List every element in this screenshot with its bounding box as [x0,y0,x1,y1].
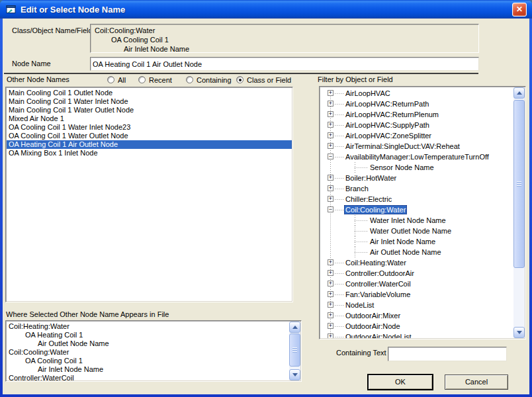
node-list-item-label[interactable]: Mixed Air Node 1 [9,114,64,122]
tree-item-label[interactable]: Branch [344,184,370,193]
tree-item[interactable]: AvailabilityManager:LowTemperatureTurnOf… [320,152,513,162]
node-list-item-label[interactable]: OA Mixing Box 1 Inlet Node [9,149,98,157]
tree-item-label[interactable]: Fan:VariableVolume [344,290,412,299]
tree-item-label[interactable]: Chiller:Electric [344,195,393,204]
node-list-item-label[interactable]: Main Cooling Coil 1 Outlet Node [9,89,112,97]
tree-item[interactable]: OutdoorAir:Node [320,321,513,331]
tree-item[interactable]: AirLoopHVAC:ReturnPath [320,99,513,109]
node-list-item[interactable]: OA Cooling Coil 1 Water Inlet Node23 [7,123,292,132]
tree-item-label[interactable]: AirLoopHVAC [344,89,392,98]
appears-scrollbar-thumb[interactable] [289,333,300,367]
tree-expand-icon[interactable] [328,333,333,338]
node-list-item-label[interactable]: Main Cooling Coil 1 Water Outlet Node [9,106,134,114]
tree-item-label[interactable]: OutdoorAir:Node [344,322,402,331]
node-list-item[interactable]: Main Cooling Coil 1 Water Outlet Node [7,106,292,114]
tree-expand-icon[interactable] [328,122,333,128]
tree-item-label[interactable]: Boiler:HotWater [344,173,398,183]
tree-item-label[interactable]: AirLoopHVAC:SupplyPath [344,120,431,130]
tree-item-label[interactable]: OutdoorAir:Mixer [344,311,402,320]
tree-expand-icon[interactable] [328,175,333,181]
tree-expand-icon[interactable] [328,90,333,96]
close-icon[interactable]: ✕ [512,3,527,17]
tree-expand-icon[interactable] [328,281,333,287]
tree-item[interactable]: OutdoorAir:NodeList [320,331,513,338]
node-list-item[interactable]: OA Mixing Box 1 Inlet Node [7,149,292,157]
tree-scrollbar[interactable] [513,87,525,338]
tree-item[interactable]: Air Inlet Node Name [320,236,513,247]
tree-scrollbar-thumb[interactable] [513,100,525,268]
node-list-item-label[interactable]: OA Cooling Coil 1 Water Inlet Node23 [9,123,130,131]
tree-item-label[interactable]: AirLoopHVAC:ZoneSplitter [344,131,433,140]
tree-item[interactable]: Coil:Heating:Water [320,257,513,268]
tree-item[interactable]: Water Outlet Node Name [320,226,513,236]
radio-option[interactable]: Recent [138,75,172,84]
tree-item-label[interactable]: Sensor Node Name [369,163,435,172]
tree-item[interactable]: AirLoopHVAC:ReturnPlenum [320,109,513,120]
title-bar[interactable]: Edit or Select Node Name ✕ [0,0,532,19]
radio-icon[interactable] [138,76,146,83]
tree-item[interactable]: Boiler:HotWater [320,173,513,183]
tree-item-label[interactable]: Water Outlet Node Name [369,226,453,236]
tree-item-label[interactable]: Air Inlet Node Name [369,237,437,246]
scroll-down-icon[interactable] [513,327,525,338]
tree-expand-icon[interactable] [328,185,333,191]
tree-expand-icon[interactable] [328,291,333,297]
radio-label[interactable]: Class or Field [247,76,291,84]
tree-expand-icon[interactable] [328,259,333,265]
node-name-input[interactable] [91,58,478,70]
tree-item-label[interactable]: Coil:Heating:Water [344,258,408,267]
tree-item[interactable]: Sensor Node Name [320,162,513,173]
tree-item[interactable]: AirLoopHVAC [320,88,513,99]
tree-expand-icon[interactable] [328,101,333,107]
containing-text-input[interactable] [388,347,506,361]
ok-button[interactable]: OK [368,375,433,390]
node-list-item[interactable]: Main Cooling Coil 1 Outlet Node [7,89,292,97]
tree-item[interactable]: Water Inlet Node Name [320,215,513,226]
radio-icon[interactable] [107,76,114,83]
tree-expand-icon[interactable] [328,312,333,318]
radio-icon[interactable] [186,76,193,83]
node-list-item[interactable]: Mixed Air Node 1 [7,114,292,123]
radio-option[interactable]: Class or Field [236,75,291,84]
scroll-up-icon[interactable] [513,87,525,99]
radio-icon[interactable] [236,76,244,83]
cancel-button[interactable]: Cancel [445,375,508,390]
radio-label[interactable]: All [118,76,126,84]
tree-item-label[interactable]: OutdoorAir:NodeList [344,332,413,338]
radio-label[interactable]: Containing [197,76,232,84]
tree-expand-icon[interactable] [328,111,333,117]
tree-item-label[interactable]: Water Inlet Node Name [369,216,447,225]
radio-option[interactable]: All [107,75,126,84]
node-list-item-label[interactable]: OA Heating Coil 1 Air Outlet Node [9,140,118,148]
tree-expand-icon[interactable] [328,143,333,149]
scroll-up-icon[interactable] [289,322,300,333]
tree-item-label[interactable]: AirLoopHVAC:ReturnPath [344,99,430,109]
tree-item-label[interactable]: Controller:WaterCoil [344,279,412,288]
appears-scrollbar[interactable] [289,322,300,380]
tree-item-label[interactable]: AvailabilityManager:LowTemperatureTurnOf… [344,152,490,161]
object-field-tree[interactable]: AirLoopHVAC AirLoopHVAC:ReturnPath AirLo… [319,86,526,339]
tree-item[interactable]: Controller:WaterCoil [320,279,513,289]
tree-item[interactable]: NodeList [320,300,513,310]
node-list-item-label[interactable]: OA Cooling Coil 1 Water Outlet Node [9,132,128,140]
node-list-item[interactable]: OA Cooling Coil 1 Water Outlet Node [7,132,292,140]
node-list-item-label[interactable]: Main Cooling Coil 1 Water Inlet Node [9,97,128,105]
tree-expand-icon[interactable] [328,132,333,138]
tree-expand-icon[interactable] [328,270,333,276]
tree-item[interactable]: Chiller:Electric [320,194,513,204]
tree-item-label[interactable]: NodeList [344,300,375,310]
tree-expand-icon[interactable] [328,206,333,212]
tree-item[interactable]: AirLoopHVAC:SupplyPath [320,120,513,130]
tree-item[interactable]: Controller:OutdoorAir [320,268,513,279]
other-node-names-listbox[interactable]: Main Cooling Coil 1 Outlet NodeMain Cool… [5,87,293,302]
tree-expand-icon[interactable] [328,154,333,159]
tree-item[interactable]: Air Outlet Node Name [320,247,513,257]
appears-textarea[interactable]: Coil:Heating:WaterOA Heating Coil 1Air O… [5,320,302,382]
tree-item[interactable]: OutdoorAir:Mixer [320,310,513,321]
tree-expand-icon[interactable] [328,196,333,202]
scroll-down-icon[interactable] [289,369,300,380]
tree-item[interactable]: AirTerminal:SingleDuct:VAV:Reheat [320,141,513,152]
radio-option[interactable]: Containing [186,75,232,84]
tree-item-label[interactable]: AirLoopHVAC:ReturnPlenum [344,110,440,119]
tree-item-label[interactable]: Coil:Cooling:Water [344,205,407,214]
